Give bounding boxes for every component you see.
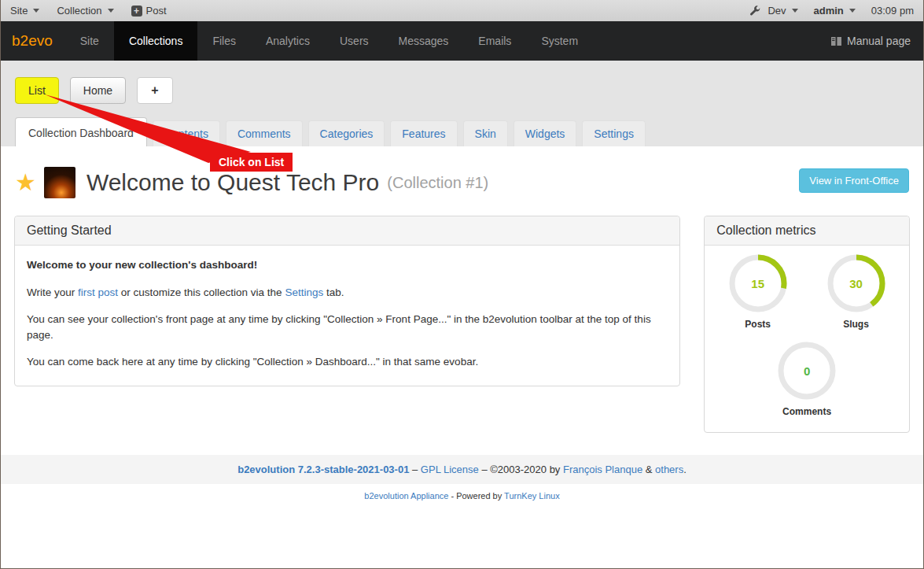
appliance-link[interactable]: b2evolution Appliance — [364, 491, 448, 501]
subtab-widgets[interactable]: Widgets — [514, 120, 577, 146]
b2evo-logo[interactable]: b2evo — [1, 21, 65, 61]
page: Site Collection + Post Dev admin 03: — [0, 0, 924, 569]
manual-page-link[interactable]: Manual page — [830, 21, 923, 61]
page-title: Welcome to Quest Tech Pro — [87, 169, 379, 196]
evobar: Site Collection + Post Dev admin 03: — [1, 0, 923, 21]
subtab-collection-dashboard[interactable]: Collection Dashboard — [15, 117, 147, 146]
settings-link[interactable]: Settings — [285, 286, 323, 298]
posts-gauge: 15 Posts — [716, 253, 799, 330]
evobar-post-label: Post — [146, 5, 167, 17]
subtab-skin[interactable]: Skin — [463, 120, 508, 146]
caret-down-icon — [792, 9, 798, 13]
b2evolution-version-link[interactable]: b2evolution 7.2.3-stable-2021-03-01 — [237, 464, 409, 475]
francois-planque-link[interactable]: François Planque — [563, 464, 642, 475]
slugs-count: 30 — [849, 277, 863, 290]
evobar-dev-label: Dev — [768, 5, 786, 17]
appliance-footer: b2evolution Appliance - Powered by TurnK… — [1, 484, 923, 508]
subtabs: Collection Dashboard Contents Comments C… — [1, 117, 923, 146]
evobar-site-menu[interactable]: Site — [10, 5, 39, 17]
evobar-clock: 03:09 pm — [871, 5, 914, 17]
collection-metrics-panel: Collection metrics 15 Posts — [704, 216, 910, 433]
getting-started-title: Getting Started — [15, 216, 679, 246]
getting-started-panel: Getting Started Welcome to your new coll… — [14, 216, 680, 386]
evobar-admin-label: admin — [814, 5, 844, 17]
star-icon[interactable]: ★ — [15, 171, 36, 194]
subtab-categories[interactable]: Categories — [308, 120, 385, 146]
view-front-office-button[interactable]: View in Front-Office — [799, 168, 909, 193]
getting-started-body: Welcome to your new collection's dashboa… — [15, 246, 679, 386]
nav-site[interactable]: Site — [65, 21, 114, 61]
comments-label: Comments — [782, 406, 831, 417]
collection-tabs: List Home + — [1, 77, 923, 104]
posts-count: 15 — [751, 277, 764, 290]
collection-header: ★ Welcome to Quest Tech Pro (Collection … — [1, 146, 923, 216]
others-link[interactable]: others — [655, 464, 683, 475]
gs-welcome-text: Welcome to your new collection's dashboa… — [27, 257, 668, 273]
nav-collections[interactable]: Collections — [114, 21, 197, 61]
evobar-site-label: Site — [10, 5, 28, 17]
nav-messages[interactable]: Messages — [384, 21, 464, 61]
evobar-post-button[interactable]: + Post — [131, 5, 167, 17]
tab-band: List Home + Collection Dashboard Content… — [1, 61, 923, 146]
gs-write-text: Write your first post or customize this … — [27, 285, 668, 301]
gpl-license-link[interactable]: GPL License — [421, 464, 479, 475]
subtab-contents[interactable]: Contents — [153, 120, 220, 146]
tab-list[interactable]: List — [15, 77, 59, 104]
collection-number: (Collection #1) — [387, 174, 488, 192]
manual-page-label: Manual page — [847, 35, 911, 47]
annotation-label: Click on List — [210, 153, 293, 172]
plus-square-icon: + — [131, 6, 142, 17]
book-icon — [830, 36, 842, 46]
comments-gauge: 0 Comments — [766, 341, 849, 417]
nav-system[interactable]: System — [526, 21, 593, 61]
add-collection-button[interactable]: + — [137, 77, 172, 104]
panels-row: Getting Started Welcome to your new coll… — [1, 216, 923, 433]
gs-come-back-text: You can come back here at any time by cl… — [27, 354, 668, 370]
collection-metrics-title: Collection metrics — [705, 216, 909, 246]
metrics-gauges: 15 Posts 30 Slugs — [705, 246, 909, 432]
wrench-icon — [749, 6, 760, 17]
main-navbar: b2evo Site Collections Files Analytics U… — [1, 21, 923, 61]
content: ★ Welcome to Quest Tech Pro (Collection … — [1, 146, 923, 508]
posts-label: Posts — [745, 319, 771, 330]
subtab-comments[interactable]: Comments — [226, 120, 303, 146]
first-post-link[interactable]: first post — [78, 286, 118, 298]
tab-home[interactable]: Home — [70, 77, 126, 104]
nav-files[interactable]: Files — [197, 21, 251, 61]
evobar-admin-menu[interactable]: admin — [814, 5, 856, 17]
collection-thumbnail — [44, 167, 75, 198]
evobar-dev-menu[interactable]: Dev — [749, 5, 797, 17]
nav-users[interactable]: Users — [325, 21, 384, 61]
evobar-collection-label: Collection — [57, 5, 101, 17]
comments-count: 0 — [804, 364, 810, 378]
caret-down-icon — [108, 9, 114, 13]
caret-down-icon — [849, 9, 856, 13]
caret-down-icon — [33, 9, 39, 13]
nav-emails[interactable]: Emails — [463, 21, 526, 61]
subtab-features[interactable]: Features — [390, 120, 457, 146]
slugs-label: Slugs — [843, 319, 869, 330]
gs-front-page-text: You can see your collection's front page… — [27, 312, 668, 342]
turnkey-linux-link[interactable]: TurnKey Linux — [504, 491, 560, 501]
nav-analytics[interactable]: Analytics — [251, 21, 325, 61]
footer: b2evolution 7.2.3-stable-2021-03-01 – GP… — [1, 455, 923, 484]
evobar-collection-menu[interactable]: Collection — [57, 5, 113, 17]
subtab-settings[interactable]: Settings — [582, 120, 646, 146]
slugs-gauge: 30 Slugs — [815, 253, 897, 330]
